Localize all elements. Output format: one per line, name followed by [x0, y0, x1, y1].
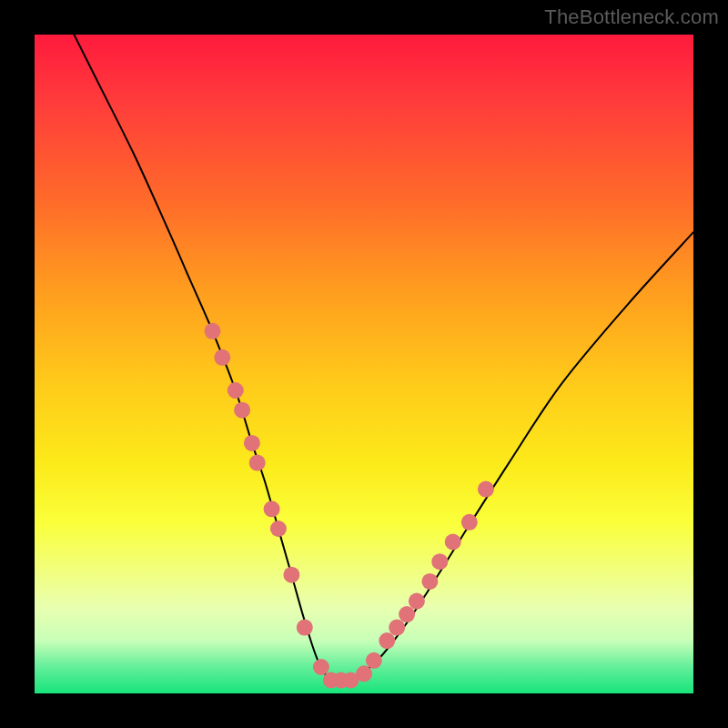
- curve-marker: [234, 402, 250, 419]
- curve-marker: [399, 606, 415, 622]
- curve-marker: [478, 481, 494, 498]
- curve-marker: [214, 349, 230, 366]
- chart-frame: TheBottleneck.com: [0, 0, 728, 728]
- curve-marker: [431, 553, 448, 570]
- curve-marker: [379, 632, 395, 649]
- chart-svg: [35, 35, 693, 693]
- curve-marker: [356, 665, 372, 682]
- curve-marker: [461, 514, 478, 531]
- curve-markers: [205, 323, 494, 689]
- curve-marker: [244, 435, 260, 451]
- curve-marker: [270, 521, 287, 537]
- curve-marker: [409, 593, 425, 610]
- curve-marker: [249, 455, 266, 471]
- curve-marker: [297, 620, 313, 636]
- curve-marker: [228, 382, 244, 399]
- curve-marker: [389, 620, 405, 636]
- curve-marker: [264, 500, 280, 517]
- bottleneck-curve: [74, 35, 693, 682]
- curve-marker: [445, 534, 461, 551]
- curve-marker: [205, 323, 221, 339]
- curve-marker: [366, 652, 382, 669]
- curve-marker: [283, 567, 299, 583]
- curve-marker: [421, 573, 438, 590]
- curve-marker: [313, 659, 329, 675]
- watermark-text: TheBottleneck.com: [544, 5, 719, 29]
